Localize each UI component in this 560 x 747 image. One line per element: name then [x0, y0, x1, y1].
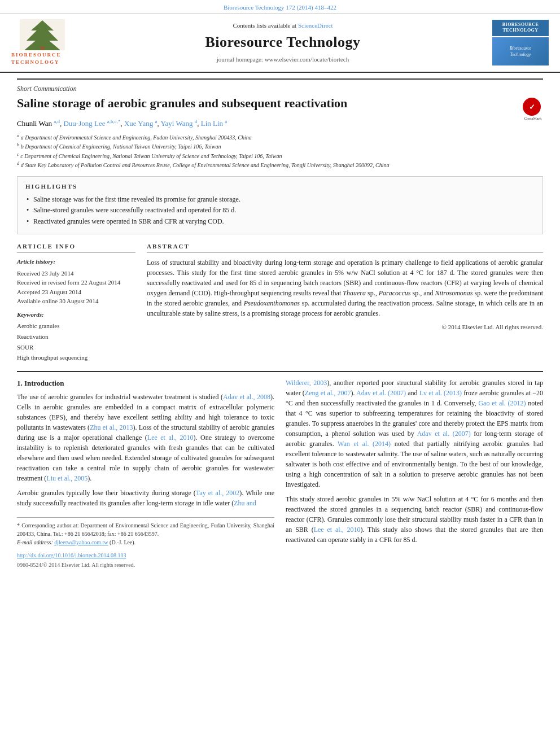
- article-info-header: ARTICLE INFO: [17, 242, 135, 253]
- article-title: Saline storage of aerobic granules and s…: [17, 95, 347, 112]
- introduction-title: 1. Introduction: [17, 378, 274, 389]
- highlights-title: HIGHLIGHTS: [25, 182, 535, 191]
- article-body: Short Communication Saline storage of ae…: [0, 73, 560, 581]
- affiliation-c: c c Department of Chemical Engineering, …: [17, 151, 543, 160]
- article-type: Short Communication: [17, 78, 543, 94]
- doi-area: http://dx.doi.org/10.1016/j.biortech.201…: [17, 551, 274, 569]
- keywords-label: Keywords:: [17, 311, 135, 319]
- footnote-corresponding: * Corresponding author at: Department of…: [17, 521, 274, 538]
- history-label: Article history:: [17, 257, 135, 266]
- ref-adav-2007b[interactable]: Adav et al. (2007): [417, 430, 471, 438]
- email-link[interactable]: djleetw@yahoo.com.tw: [54, 539, 108, 545]
- info-abstract-row: ARTICLE INFO Article history: Received 2…: [17, 242, 543, 363]
- received-date: Received 23 July 2014: [17, 269, 135, 278]
- highlight-item-3: Reactivated granules were operated in SB…: [25, 217, 535, 226]
- ref-zeng-2007[interactable]: Zeng et al., 2007: [305, 389, 351, 397]
- copyright-line: © 2014 Elsevier Ltd. All rights reserved…: [147, 323, 543, 331]
- keywords-list: Aerobic granules Reactivation SOUR High …: [17, 321, 135, 363]
- elsevier-logo: BIORESOURCE TECHNOLOGY: [11, 19, 73, 65]
- ref-liu-2005[interactable]: Liu et al., 2005: [46, 474, 88, 482]
- svg-rect-2: [40, 46, 45, 50]
- affiliations: a a Department of Environmental Science …: [17, 133, 543, 169]
- article-info-col: ARTICLE INFO Article history: Received 2…: [17, 242, 135, 363]
- abstract-col: ABSTRACT Loss of structural stability an…: [147, 242, 543, 363]
- ref-wan-2014[interactable]: Wan et al. (2014): [338, 440, 391, 448]
- footnote-section: * Corresponding author at: Department of…: [17, 517, 274, 547]
- intro-para-2: Aerobic granules typically lose their bi…: [17, 488, 274, 508]
- accepted-date: Accepted 23 August 2014: [17, 287, 135, 297]
- ref-tay-2002[interactable]: Tay et al., 2002: [196, 489, 240, 497]
- ref-gao-2012[interactable]: Gao et al. (2012): [478, 399, 526, 407]
- journal-badge: BIORESOURCETECHNOLOGY BioresourceTechnol…: [492, 20, 549, 65]
- main-right-col: Wilderer, 2003), another reported poor s…: [286, 378, 543, 570]
- crossmark-badge: ✓ CrossMark: [523, 98, 543, 118]
- main-left-col: 1. Introduction The use of aerobic granu…: [17, 378, 274, 570]
- keyword-3: SOUR: [17, 342, 135, 353]
- keyword-4: High throughput sequencing: [17, 352, 135, 363]
- received-revised-date: Received in revised form 22 August 2014: [17, 278, 135, 287]
- affiliation-b: b b Department of Chemical Engineering, …: [17, 142, 543, 151]
- elsevier-tree-icon: [20, 19, 65, 50]
- ref-lee-2010b[interactable]: Lee et al., 2010: [314, 526, 361, 534]
- history-dates: Received 23 July 2014 Received in revise…: [17, 269, 135, 306]
- contents-available-line: Contents lists available at ScienceDirec…: [79, 21, 487, 30]
- ref-wilderer-2003[interactable]: Wilderer, 2003: [286, 379, 327, 387]
- journal-reference: Bioresource Technology 172 (2014) 418–42…: [0, 0, 560, 14]
- journal-ref-text: Bioresource Technology 172 (2014) 418–42…: [224, 4, 336, 11]
- main-text-section: 1. Introduction The use of aerobic granu…: [17, 371, 543, 570]
- title-row: Saline storage of aerobic granules and s…: [17, 95, 543, 118]
- highlights-list: Saline storage was for the first time re…: [25, 195, 535, 226]
- right-para-1: Wilderer, 2003), another reported poor s…: [286, 378, 543, 490]
- available-online-date: Available online 30 August 2014: [17, 296, 135, 306]
- intro-para-1: The use of aerobic granules for industri…: [17, 392, 274, 483]
- affiliation-a: a a Department of Environmental Science …: [17, 133, 543, 142]
- journal-header: BIORESOURCE TECHNOLOGY Contents lists av…: [0, 14, 560, 72]
- issn-line: 0960-8524/© 2014 Elsevier Ltd. All right…: [17, 561, 274, 569]
- main-two-col: 1. Introduction The use of aerobic granu…: [17, 378, 543, 570]
- highlight-item-1: Saline storage was for the first time re…: [25, 195, 535, 204]
- abstract-header: ABSTRACT: [147, 242, 543, 253]
- journal-homepage: journal homepage: www.elsevier.com/locat…: [79, 55, 487, 64]
- ref-lee-2010[interactable]: Lee et al., 2010: [147, 434, 194, 442]
- elsevier-wordmark: BIORESOURCE TECHNOLOGY: [11, 51, 73, 65]
- svg-text:✓: ✓: [529, 103, 535, 111]
- abstract-text: Loss of structural stability and bioacti…: [147, 257, 543, 318]
- elsevier-logo-area: BIORESOURCE TECHNOLOGY: [11, 19, 73, 65]
- ref-zhu-and[interactable]: Zhu and: [234, 499, 256, 507]
- journal-title: Bioresource Technology: [79, 32, 487, 53]
- sciencedirect-link[interactable]: ScienceDirect: [298, 22, 333, 29]
- affiliation-d: d d State Key Laboratory of Pollution Co…: [17, 160, 543, 169]
- authors-line: Chunli Wan a,d, Duu-Jong Lee a,b,c,*, Xu…: [17, 118, 543, 129]
- highlights-section: HIGHLIGHTS Saline storage was for the fi…: [17, 176, 543, 234]
- keyword-1: Aerobic granules: [17, 321, 135, 331]
- bioresource-badge: BIORESOURCETECHNOLOGY: [492, 20, 549, 36]
- ref-adav-2007[interactable]: Adav et al. (2007): [356, 389, 406, 397]
- crossmark-icon: ✓: [523, 98, 541, 116]
- right-para-2: This study stored aerobic granules in 5%…: [286, 494, 543, 545]
- ref-zhu-2013[interactable]: Zhu et al., 2013: [90, 423, 133, 431]
- footnote-email: E-mail address: djleetw@yahoo.com.tw (D.…: [17, 538, 274, 547]
- journal-header-center: Contents lists available at ScienceDirec…: [79, 21, 487, 64]
- highlight-item-2: Saline-stored granules were successfully…: [25, 206, 535, 215]
- ref-lv-2013[interactable]: Lv et al. (2013): [419, 389, 462, 397]
- ref-adav-2008[interactable]: Adav et al., 2008: [223, 393, 270, 401]
- doi-link: http://dx.doi.org/10.1016/j.biortech.201…: [17, 551, 274, 560]
- keyword-2: Reactivation: [17, 331, 135, 342]
